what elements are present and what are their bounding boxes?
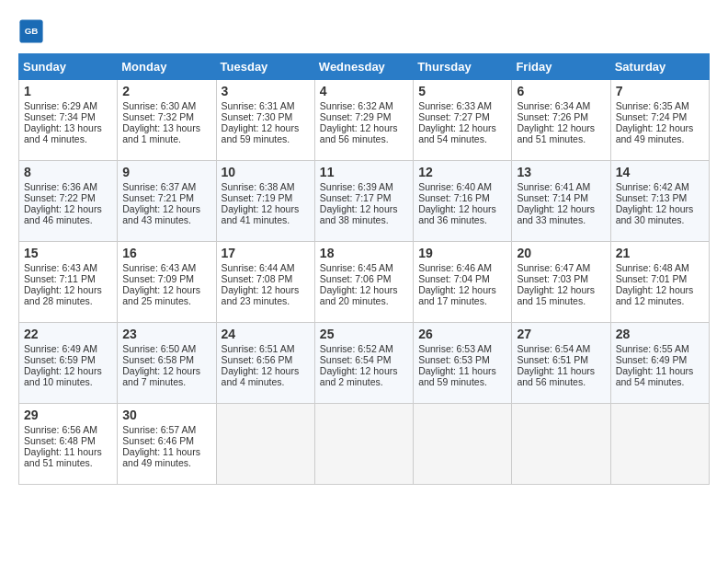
sunset: Sunset: 6:51 PM xyxy=(517,354,588,365)
daylight-label: Daylight: 11 hours and 59 minutes. xyxy=(418,365,496,387)
calendar-cell: 27Sunrise: 6:54 AMSunset: 6:51 PMDayligh… xyxy=(512,323,610,404)
sunset: Sunset: 7:16 PM xyxy=(418,192,490,203)
weekday-header-row: SundayMondayTuesdayWednesdayThursdayFrid… xyxy=(19,54,710,80)
daylight-label: Daylight: 12 hours and 28 minutes. xyxy=(24,284,102,306)
sunrise: Sunrise: 6:44 AM xyxy=(222,262,295,273)
sunset: Sunset: 7:27 PM xyxy=(418,111,490,122)
calendar-cell: 14Sunrise: 6:42 AMSunset: 7:13 PMDayligh… xyxy=(610,161,709,242)
daylight-label: Daylight: 12 hours and 38 minutes. xyxy=(320,203,398,225)
calendar-cell xyxy=(314,404,413,485)
calendar-cell: 13Sunrise: 6:41 AMSunset: 7:14 PMDayligh… xyxy=(512,161,610,242)
calendar-cell: 19Sunrise: 6:46 AMSunset: 7:04 PMDayligh… xyxy=(414,242,512,323)
sunrise: Sunrise: 6:50 AM xyxy=(122,343,196,354)
calendar-cell: 24Sunrise: 6:51 AMSunset: 6:56 PMDayligh… xyxy=(216,323,314,404)
daylight-label: Daylight: 12 hours and 12 minutes. xyxy=(616,284,694,306)
day-number: 18 xyxy=(320,246,408,260)
calendar-week-row: 1Sunrise: 6:29 AMSunset: 7:34 PMDaylight… xyxy=(19,80,710,161)
daylight-label: Daylight: 13 hours and 1 minute. xyxy=(122,122,200,144)
sunrise: Sunrise: 6:53 AM xyxy=(418,343,492,354)
sunset: Sunset: 6:56 PM xyxy=(222,354,293,365)
day-number: 14 xyxy=(616,165,704,179)
sunset: Sunset: 7:06 PM xyxy=(320,273,392,284)
daylight-label: Daylight: 11 hours and 56 minutes. xyxy=(517,365,595,387)
calendar-cell: 9Sunrise: 6:37 AMSunset: 7:21 PMDaylight… xyxy=(118,161,216,242)
calendar-cell xyxy=(414,404,512,485)
calendar-cell: 25Sunrise: 6:52 AMSunset: 6:54 PMDayligh… xyxy=(314,323,413,404)
calendar-cell: 2Sunrise: 6:30 AMSunset: 7:32 PMDaylight… xyxy=(118,80,216,161)
calendar-cell: 10Sunrise: 6:38 AMSunset: 7:19 PMDayligh… xyxy=(216,161,314,242)
sunrise: Sunrise: 6:42 AM xyxy=(616,181,689,192)
sunset: Sunset: 7:32 PM xyxy=(122,111,194,122)
daylight-label: Daylight: 12 hours and 15 minutes. xyxy=(517,284,595,306)
sunset: Sunset: 7:17 PM xyxy=(320,192,392,203)
sunrise: Sunrise: 6:35 AM xyxy=(616,100,689,111)
sunset: Sunset: 6:58 PM xyxy=(122,354,194,365)
logo-icon: GB xyxy=(18,18,44,44)
daylight-label: Daylight: 13 hours and 4 minutes. xyxy=(24,122,102,144)
day-number: 3 xyxy=(222,84,310,98)
calendar-cell: 16Sunrise: 6:43 AMSunset: 7:09 PMDayligh… xyxy=(118,242,216,323)
sunset: Sunset: 7:01 PM xyxy=(616,273,688,284)
weekday-header-sunday: Sunday xyxy=(19,54,118,80)
sunrise: Sunrise: 6:39 AM xyxy=(320,181,393,192)
daylight-label: Daylight: 11 hours and 54 minutes. xyxy=(616,365,694,387)
day-number: 24 xyxy=(222,327,310,341)
page-header: GB xyxy=(18,18,710,44)
calendar-cell: 11Sunrise: 6:39 AMSunset: 7:17 PMDayligh… xyxy=(314,161,413,242)
sunset: Sunset: 6:48 PM xyxy=(24,435,96,446)
daylight-label: Daylight: 12 hours and 17 minutes. xyxy=(418,284,496,306)
sunrise: Sunrise: 6:55 AM xyxy=(616,343,689,354)
sunset: Sunset: 7:09 PM xyxy=(122,273,194,284)
day-number: 30 xyxy=(122,408,210,422)
sunrise: Sunrise: 6:47 AM xyxy=(517,262,590,273)
calendar-week-row: 29Sunrise: 6:56 AMSunset: 6:48 PMDayligh… xyxy=(19,404,710,485)
sunrise: Sunrise: 6:30 AM xyxy=(122,100,196,111)
weekday-header-thursday: Thursday xyxy=(414,54,512,80)
logo: GB xyxy=(18,18,48,44)
daylight-label: Daylight: 12 hours and 7 minutes. xyxy=(122,365,200,387)
sunrise: Sunrise: 6:38 AM xyxy=(222,181,295,192)
daylight-label: Daylight: 12 hours and 23 minutes. xyxy=(222,284,300,306)
calendar-cell xyxy=(216,404,314,485)
calendar-cell: 1Sunrise: 6:29 AMSunset: 7:34 PMDaylight… xyxy=(19,80,118,161)
day-number: 8 xyxy=(24,165,112,179)
sunrise: Sunrise: 6:48 AM xyxy=(616,262,689,273)
sunrise: Sunrise: 6:32 AM xyxy=(320,100,393,111)
sunset: Sunset: 7:13 PM xyxy=(616,192,688,203)
calendar-cell: 30Sunrise: 6:57 AMSunset: 6:46 PMDayligh… xyxy=(118,404,216,485)
weekday-header-saturday: Saturday xyxy=(610,54,709,80)
daylight-label: Daylight: 12 hours and 30 minutes. xyxy=(616,203,694,225)
calendar-cell: 4Sunrise: 6:32 AMSunset: 7:29 PMDaylight… xyxy=(314,80,413,161)
sunset: Sunset: 6:59 PM xyxy=(24,354,96,365)
calendar-week-row: 22Sunrise: 6:49 AMSunset: 6:59 PMDayligh… xyxy=(19,323,710,404)
calendar-cell: 7Sunrise: 6:35 AMSunset: 7:24 PMDaylight… xyxy=(610,80,709,161)
sunset: Sunset: 7:14 PM xyxy=(517,192,588,203)
sunset: Sunset: 6:54 PM xyxy=(320,354,392,365)
daylight-label: Daylight: 12 hours and 59 minutes. xyxy=(222,122,300,144)
sunrise: Sunrise: 6:51 AM xyxy=(222,343,295,354)
daylight-label: Daylight: 12 hours and 25 minutes. xyxy=(122,284,200,306)
daylight-label: Daylight: 11 hours and 49 minutes. xyxy=(122,446,200,468)
day-number: 1 xyxy=(24,84,112,98)
sunrise: Sunrise: 6:46 AM xyxy=(418,262,492,273)
day-number: 20 xyxy=(517,246,605,260)
daylight-label: Daylight: 12 hours and 54 minutes. xyxy=(418,122,496,144)
sunrise: Sunrise: 6:29 AM xyxy=(24,100,97,111)
sunrise: Sunrise: 6:41 AM xyxy=(517,181,590,192)
sunset: Sunset: 7:11 PM xyxy=(24,273,96,284)
day-number: 23 xyxy=(122,327,210,341)
calendar-cell: 21Sunrise: 6:48 AMSunset: 7:01 PMDayligh… xyxy=(610,242,709,323)
daylight-label: Daylight: 12 hours and 2 minutes. xyxy=(320,365,398,387)
svg-text:GB: GB xyxy=(25,26,39,36)
calendar-cell: 8Sunrise: 6:36 AMSunset: 7:22 PMDaylight… xyxy=(19,161,118,242)
sunset: Sunset: 6:53 PM xyxy=(418,354,490,365)
sunset: Sunset: 7:03 PM xyxy=(517,273,588,284)
day-number: 4 xyxy=(320,84,408,98)
day-number: 16 xyxy=(122,246,210,260)
calendar-week-row: 15Sunrise: 6:43 AMSunset: 7:11 PMDayligh… xyxy=(19,242,710,323)
calendar-cell: 17Sunrise: 6:44 AMSunset: 7:08 PMDayligh… xyxy=(216,242,314,323)
calendar-cell: 12Sunrise: 6:40 AMSunset: 7:16 PMDayligh… xyxy=(414,161,512,242)
sunrise: Sunrise: 6:40 AM xyxy=(418,181,492,192)
sunset: Sunset: 7:22 PM xyxy=(24,192,96,203)
day-number: 12 xyxy=(418,165,506,179)
